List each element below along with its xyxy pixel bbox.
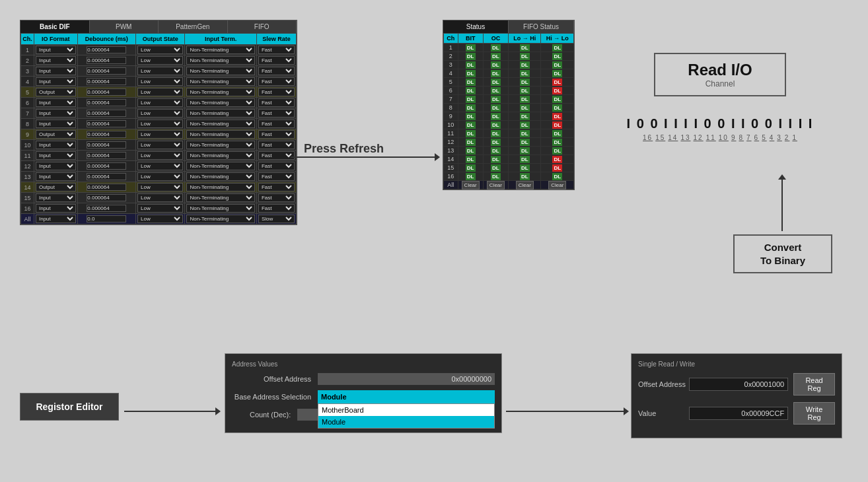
row-slew[interactable]: Fast <box>256 193 296 203</box>
output-select[interactable]: Low <box>137 141 183 149</box>
row-debounce[interactable] <box>77 66 135 77</box>
debounce-input[interactable] <box>87 152 126 159</box>
row-io[interactable]: Input <box>34 55 78 66</box>
offset-address-input[interactable] <box>318 373 495 385</box>
slew-select[interactable]: Fast <box>258 46 295 54</box>
output-select[interactable]: Low <box>137 151 183 160</box>
row-output[interactable]: Low <box>135 182 184 193</box>
row-slew[interactable]: Fast <box>256 55 296 66</box>
output-select[interactable]: Low <box>137 98 183 107</box>
row-debounce[interactable] <box>77 182 135 193</box>
slew-select[interactable]: Fast <box>258 88 295 96</box>
input-term-select[interactable]: Non-Terminating <box>186 141 255 149</box>
debounce-input[interactable] <box>87 88 126 96</box>
slew-select[interactable]: Fast <box>258 98 295 107</box>
output-select[interactable]: Low <box>137 172 183 181</box>
row-io[interactable]: Input <box>34 203 78 214</box>
write-reg-button[interactable]: Write Reg <box>793 402 835 425</box>
dropdown-option-motherboard[interactable]: MotherBoard <box>318 404 494 416</box>
debounce-input[interactable] <box>87 99 126 106</box>
io-select[interactable]: Input <box>36 56 76 65</box>
io-select[interactable]: Output <box>36 183 76 191</box>
row-debounce[interactable] <box>77 193 135 203</box>
input-term-select[interactable]: Non-Terminating <box>186 162 255 170</box>
io-select[interactable]: Input <box>36 215 76 223</box>
slew-select[interactable]: Fast <box>258 193 295 202</box>
row-io[interactable]: Input <box>34 108 78 119</box>
output-select[interactable]: Low <box>137 183 183 191</box>
input-term-select[interactable]: Non-Terminating <box>186 215 255 223</box>
row-output[interactable]: Low <box>135 203 184 214</box>
row-output[interactable]: Low <box>135 161 184 172</box>
io-select[interactable]: Output <box>36 88 76 96</box>
row-slew[interactable]: Fast <box>256 203 296 214</box>
io-select[interactable]: Input <box>36 46 76 54</box>
output-select[interactable]: Low <box>137 204 183 213</box>
input-term-select[interactable]: Non-Terminating <box>186 67 255 75</box>
input-term-select[interactable]: Non-Terminating <box>186 183 255 191</box>
row-output[interactable]: Low <box>135 87 184 98</box>
row-debounce[interactable] <box>77 55 135 66</box>
io-select[interactable]: Output <box>36 130 76 139</box>
row-io[interactable]: Input <box>34 45 78 55</box>
clear-btn-1[interactable]: Clear <box>458 181 483 189</box>
debounce-input[interactable] <box>87 162 126 170</box>
tab-basic-dif[interactable]: Basic DIF <box>20 20 90 33</box>
tab-pwm[interactable]: PWM <box>90 20 159 33</box>
slew-select[interactable]: Fast <box>258 183 295 191</box>
input-term-select[interactable]: Non-Terminating <box>186 98 255 107</box>
row-input-term[interactable]: Non-Terminating <box>185 66 257 77</box>
io-select[interactable]: Input <box>36 151 76 160</box>
io-select[interactable]: Input <box>36 141 76 149</box>
row-debounce[interactable] <box>77 129 135 140</box>
row-input-term[interactable]: Non-Terminating <box>185 119 257 129</box>
output-select[interactable]: Low <box>137 193 183 202</box>
debounce-input[interactable] <box>87 46 126 53</box>
row-io[interactable]: Output <box>34 87 78 98</box>
row-slew[interactable]: Fast <box>256 140 296 151</box>
slew-select[interactable]: Fast <box>258 204 295 213</box>
input-term-select[interactable]: Non-Terminating <box>186 172 255 181</box>
row-input-term[interactable]: Non-Terminating <box>185 172 257 182</box>
io-select[interactable]: Input <box>36 98 76 107</box>
row-output[interactable]: Low <box>135 77 184 87</box>
slew-select[interactable]: Fast <box>258 141 295 149</box>
row-slew[interactable]: Fast <box>256 119 296 129</box>
row-input-term[interactable]: Non-Terminating <box>185 214 257 224</box>
row-output[interactable]: Low <box>135 45 184 55</box>
read-reg-button[interactable]: Read Reg <box>793 373 835 396</box>
debounce-input[interactable] <box>87 67 126 75</box>
row-debounce[interactable] <box>77 161 135 172</box>
row-io[interactable]: Input <box>34 214 78 224</box>
input-term-select[interactable]: Non-Terminating <box>186 77 255 86</box>
row-debounce[interactable] <box>77 87 135 98</box>
row-slew[interactable]: Fast <box>256 66 296 77</box>
input-term-select[interactable]: Non-Terminating <box>186 88 255 96</box>
input-term-select[interactable]: Non-Terminating <box>186 204 255 213</box>
row-io[interactable]: Input <box>34 119 78 129</box>
row-input-term[interactable]: Non-Terminating <box>185 77 257 87</box>
slew-select[interactable]: Fast <box>258 130 295 139</box>
row-slew[interactable]: Fast <box>256 98 296 108</box>
row-output[interactable]: Low <box>135 55 184 66</box>
row-debounce[interactable] <box>77 140 135 151</box>
row-debounce[interactable] <box>77 77 135 87</box>
row-slew[interactable]: Fast <box>256 77 296 87</box>
row-io[interactable]: Output <box>34 129 78 140</box>
input-term-select[interactable]: Non-Terminating <box>186 130 255 139</box>
row-input-term[interactable]: Non-Terminating <box>185 182 257 193</box>
row-slew[interactable]: Fast <box>256 161 296 172</box>
base-select-value[interactable]: Module <box>318 390 495 403</box>
row-input-term[interactable]: Non-Terminating <box>185 87 257 98</box>
row-input-term[interactable]: Non-Terminating <box>185 161 257 172</box>
row-input-term[interactable]: Non-Terminating <box>185 140 257 151</box>
row-output[interactable]: Low <box>135 140 184 151</box>
output-select[interactable]: Low <box>137 56 183 65</box>
io-select[interactable]: Input <box>36 120 76 128</box>
row-input-term[interactable]: Non-Terminating <box>185 55 257 66</box>
row-debounce[interactable] <box>77 203 135 214</box>
row-input-term[interactable]: Non-Terminating <box>185 129 257 140</box>
input-term-select[interactable]: Non-Terminating <box>186 109 255 118</box>
io-select[interactable]: Input <box>36 67 76 75</box>
row-output[interactable]: Low <box>135 66 184 77</box>
